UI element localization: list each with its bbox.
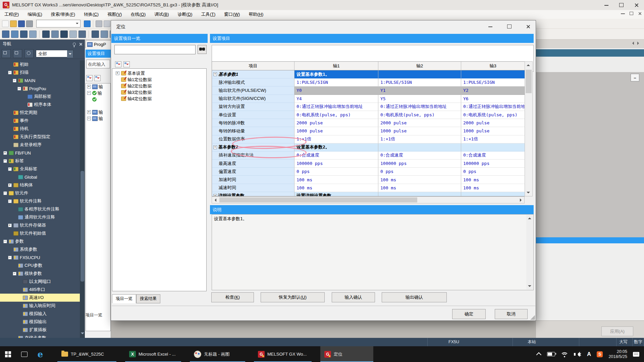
expand-all-icon[interactable] — [123, 61, 130, 67]
copy-icon[interactable] — [104, 20, 110, 27]
table-row[interactable]: 输出软元件(PULSE/CW)Y0Y1Y2 — [212, 86, 525, 95]
navigation-scrollbar[interactable] — [80, 60, 85, 338]
cell-axis3[interactable]: 0:通过正转脉冲输出增加当前地址 — [461, 103, 525, 111]
expand-all-icon[interactable] — [94, 75, 101, 81]
collapse-tree-icon[interactable] — [2, 49, 11, 58]
cell-axis3[interactable]: 1:×1倍 — [461, 135, 525, 143]
dialog-minimize-icon[interactable] — [488, 26, 492, 27]
apply-button[interactable]: 应用(A) — [601, 326, 633, 336]
menu-item[interactable]: 搜索/替换(F) — [47, 10, 79, 19]
button-确定[interactable]: 确定 — [452, 309, 486, 319]
sidebar-item-通用软元件注释[interactable]: 通用软元件注释 — [0, 213, 80, 221]
column-header-轴3[interactable]: 轴3 — [461, 62, 525, 70]
cell-axis1[interactable]: Y0 — [294, 86, 378, 95]
cell-axis2[interactable] — [378, 70, 461, 78]
close-panel-icon[interactable] — [79, 43, 82, 46]
scroll-tabs-left-icon[interactable] — [631, 42, 634, 45]
table-row[interactable]: 最高速度100000 pps100000 pps100000 pps — [212, 160, 525, 168]
sidebar-item-程序本体[interactable]: 程序本体 — [0, 101, 80, 109]
toolbar-icon[interactable] — [69, 31, 77, 38]
cell-axis3[interactable]: Y6 — [461, 95, 525, 103]
toolbar-combobox[interactable] — [36, 20, 80, 27]
cell-axis2[interactable]: 100 ms — [378, 176, 461, 184]
maximize-button[interactable] — [614, 0, 629, 10]
description-scrollbar[interactable] — [526, 215, 533, 290]
cell-axis1[interactable]: 设置详细设置参数。 — [294, 192, 378, 196]
dialog-close-icon[interactable] — [526, 24, 530, 28]
cell-axis1[interactable]: 100 ms — [294, 176, 378, 184]
navigation-filter-select[interactable]: 全部 — [36, 50, 73, 57]
toolbar-icon[interactable] — [60, 31, 68, 38]
scrollbar-thumb[interactable] — [80, 171, 84, 282]
cell-axis1[interactable]: 1000 pulse — [294, 127, 378, 135]
cell-axis2[interactable] — [378, 143, 461, 152]
tree-item-轴2定位数据[interactable]: 轴2定位数据 — [112, 83, 206, 89]
sidebar-item-软元件存储器[interactable]: +软元件存储器 — [0, 221, 80, 229]
expand-icon[interactable]: + — [87, 85, 91, 88]
collapse-icon[interactable]: − — [87, 117, 91, 120]
table-vertical-scrollbar[interactable] — [525, 61, 533, 196]
expand-icon[interactable]: + — [87, 110, 91, 114]
toolbar-icon[interactable] — [78, 31, 86, 38]
sidebar-item-ProgPou[interactable]: −ProgPou — [0, 84, 80, 93]
toolbar-icon[interactable] — [92, 31, 99, 38]
collapse-icon[interactable]: − — [3, 240, 7, 243]
menu-item[interactable]: 帮助(H) — [244, 10, 268, 19]
tray-chevron-icon[interactable] — [536, 352, 542, 358]
search-input[interactable] — [114, 45, 196, 54]
collapse-icon[interactable]: − — [17, 87, 21, 90]
sidebar-item-全局标签[interactable]: −全局标签 — [0, 165, 80, 173]
table-row[interactable]: 每转的脉冲数2000 pulse2000 pulse2000 pulse — [212, 119, 525, 127]
sidebar-item-各程序软元件注释[interactable]: 各程序软元件注释 — [0, 205, 80, 213]
cell-axis3[interactable]: 2000 pulse — [461, 119, 525, 127]
toolbar-icon[interactable] — [2, 31, 9, 38]
collapse-icon[interactable]: − — [8, 256, 12, 259]
sidebar-item-FX5UCPU[interactable]: −FX5UCPU — [0, 253, 80, 261]
action-center-icon[interactable] — [633, 352, 639, 357]
sidebar-item-存储卡参数[interactable]: 存储卡参数 — [0, 334, 80, 338]
task-view-button[interactable] — [16, 346, 32, 362]
background-tree-item[interactable] — [86, 103, 110, 109]
sidebar-item-模拟输出[interactable]: 模拟输出 — [0, 318, 80, 326]
background-tree-item[interactable] — [86, 96, 110, 103]
cell-axis3[interactable]: 0:合成速度 — [461, 152, 525, 160]
scroll-down-icon[interactable] — [81, 333, 84, 336]
sidebar-item-FB/FUN[interactable]: +FB/FUN — [0, 149, 80, 157]
taskbar-item-TP_&WK_5225C[interactable]: TP_&WK_5225C — [57, 346, 116, 362]
collapse-icon[interactable]: − — [213, 72, 217, 76]
menu-item[interactable]: 诊断(D) — [173, 10, 197, 19]
battery-icon[interactable] — [547, 352, 555, 356]
sidebar-item-MAIN[interactable]: −MAIN — [0, 76, 80, 84]
toolbar-icon[interactable] — [101, 31, 108, 38]
sidebar-item-系统参数[interactable]: 系统参数 — [0, 245, 80, 253]
cell-axis2[interactable]: 2000 pulse — [378, 119, 461, 127]
wifi-icon[interactable] — [561, 352, 568, 357]
table-row[interactable]: 减速时间100 ms100 ms100 ms — [212, 184, 525, 192]
cell-axis1[interactable]: 0:通过正转脉冲输出增加当前地址 — [294, 103, 378, 111]
cell-axis1[interactable]: 0:电机系统(pulse, pps) — [294, 111, 378, 119]
sidebar-item-初始[interactable]: 初始 — [0, 60, 80, 68]
cell-axis3[interactable]: 0 pps — [461, 168, 525, 176]
cell-axis3[interactable]: 100000 pps — [461, 160, 525, 168]
save-icon[interactable] — [18, 20, 25, 27]
cell-axis2[interactable]: Y1 — [378, 86, 461, 95]
document-tab[interactable]: ProgP — [86, 40, 111, 48]
cell-axis2[interactable]: 0:合成速度 — [378, 152, 461, 160]
cell-axis2[interactable]: 1:×1倍 — [378, 135, 461, 143]
column-header-轴1[interactable]: 轴1 — [294, 62, 378, 70]
sidebar-item-以太网端口[interactable]: 以太网端口 — [0, 278, 80, 286]
toolbar-icon[interactable] — [42, 31, 50, 38]
sidebar-item-未登录程序[interactable]: 未登录程序 — [0, 141, 80, 149]
collapse-icon[interactable]: − — [213, 145, 217, 149]
cell-axis1[interactable]: Y4 — [294, 95, 378, 103]
cell-axis1[interactable]: 100000 pps — [294, 160, 378, 168]
sidebar-item-输入响应时间[interactable]: 输入响应时间 — [0, 302, 80, 310]
cell-axis1[interactable]: 1:×1倍 — [294, 135, 378, 143]
taskbar-item-MELSOFT GX Wo...[interactable]: GMELSOFT GX Wo... — [254, 346, 312, 362]
cell-axis2[interactable]: 1:PULSE/SIGN — [378, 78, 461, 86]
background-tree-item[interactable]: −输 — [86, 90, 110, 96]
cell-axis1[interactable]: 0:合成速度 — [294, 152, 378, 160]
collapse-icon[interactable]: − — [13, 79, 16, 82]
sidebar-item-Global[interactable]: Global — [0, 173, 80, 181]
button-输出确认[interactable]: 输出确认 — [382, 292, 447, 302]
